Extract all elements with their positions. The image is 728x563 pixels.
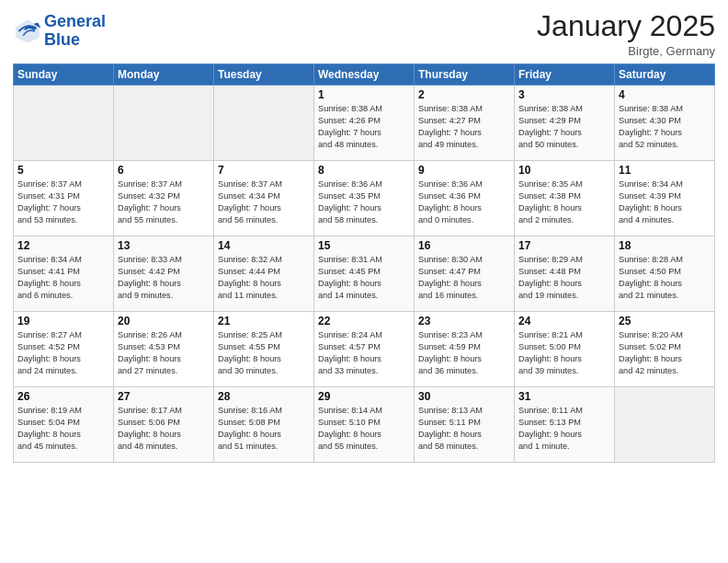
day-info: Sunrise: 8:37 AM Sunset: 4:31 PM Dayligh…: [17, 178, 109, 226]
calendar-cell: 31Sunrise: 8:11 AM Sunset: 5:13 PM Dayli…: [515, 387, 615, 463]
calendar-cell: 28Sunrise: 8:16 AM Sunset: 5:08 PM Dayli…: [214, 387, 314, 463]
day-info: Sunrise: 8:14 AM Sunset: 5:10 PM Dayligh…: [318, 405, 410, 453]
calendar-body: 1Sunrise: 8:38 AM Sunset: 4:26 PM Daylig…: [14, 86, 715, 463]
calendar-cell: 5Sunrise: 8:37 AM Sunset: 4:31 PM Daylig…: [14, 161, 114, 236]
calendar-header: Sunday Monday Tuesday Wednesday Thursday…: [14, 64, 715, 86]
calendar-cell: 20Sunrise: 8:26 AM Sunset: 4:53 PM Dayli…: [114, 312, 214, 387]
day-number: 31: [518, 390, 610, 403]
day-number: 11: [619, 164, 711, 177]
day-number: 3: [518, 88, 610, 101]
day-number: 16: [418, 239, 510, 252]
day-info: Sunrise: 8:38 AM Sunset: 4:30 PM Dayligh…: [619, 103, 711, 151]
calendar-cell: 15Sunrise: 8:31 AM Sunset: 4:45 PM Dayli…: [314, 236, 415, 312]
day-info: Sunrise: 8:36 AM Sunset: 4:36 PM Dayligh…: [418, 178, 510, 226]
day-info: Sunrise: 8:26 AM Sunset: 4:53 PM Dayligh…: [118, 329, 210, 377]
day-info: Sunrise: 8:37 AM Sunset: 4:34 PM Dayligh…: [218, 178, 310, 226]
day-info: Sunrise: 8:29 AM Sunset: 4:48 PM Dayligh…: [518, 254, 610, 302]
header-saturday: Saturday: [615, 64, 715, 86]
calendar-page: General Blue January 2025 Birgte, German…: [0, 0, 728, 563]
calendar-cell: 10Sunrise: 8:35 AM Sunset: 4:38 PM Dayli…: [515, 161, 615, 236]
logo-text-line2: Blue: [44, 31, 106, 50]
day-info: Sunrise: 8:38 AM Sunset: 4:29 PM Dayligh…: [518, 103, 610, 151]
calendar-week-5: 26Sunrise: 8:19 AM Sunset: 5:04 PM Dayli…: [14, 387, 715, 463]
day-info: Sunrise: 8:19 AM Sunset: 5:04 PM Dayligh…: [17, 405, 109, 453]
day-number: 6: [118, 164, 210, 177]
header-monday: Monday: [114, 64, 214, 86]
day-number: 23: [418, 315, 510, 327]
day-info: Sunrise: 8:32 AM Sunset: 4:44 PM Dayligh…: [218, 254, 310, 302]
calendar-week-4: 19Sunrise: 8:27 AM Sunset: 4:52 PM Dayli…: [14, 312, 715, 387]
calendar-cell: 27Sunrise: 8:17 AM Sunset: 5:06 PM Dayli…: [114, 387, 214, 463]
calendar-cell: 23Sunrise: 8:23 AM Sunset: 4:59 PM Dayli…: [415, 312, 515, 387]
calendar-cell: [114, 86, 214, 161]
header-friday: Friday: [515, 64, 615, 86]
calendar-cell: 17Sunrise: 8:29 AM Sunset: 4:48 PM Dayli…: [515, 236, 615, 312]
day-number: 20: [118, 315, 210, 327]
day-number: 1: [318, 88, 410, 101]
day-number: 19: [17, 315, 109, 327]
day-number: 28: [218, 390, 310, 403]
month-title: January 2025: [537, 9, 715, 43]
day-info: Sunrise: 8:34 AM Sunset: 4:41 PM Dayligh…: [17, 254, 109, 302]
day-info: Sunrise: 8:37 AM Sunset: 4:32 PM Dayligh…: [118, 178, 210, 226]
day-number: 22: [318, 315, 410, 327]
logo-icon: [13, 17, 42, 46]
day-number: 30: [418, 390, 510, 403]
day-number: 25: [619, 315, 711, 327]
calendar-cell: 29Sunrise: 8:14 AM Sunset: 5:10 PM Dayli…: [314, 387, 415, 463]
day-number: 12: [17, 239, 109, 252]
day-info: Sunrise: 8:36 AM Sunset: 4:35 PM Dayligh…: [318, 178, 410, 226]
calendar-cell: 1Sunrise: 8:38 AM Sunset: 4:26 PM Daylig…: [314, 86, 415, 161]
day-info: Sunrise: 8:30 AM Sunset: 4:47 PM Dayligh…: [418, 254, 510, 302]
title-block: January 2025 Birgte, Germany: [537, 9, 715, 58]
day-number: 24: [518, 315, 610, 327]
calendar-table: Sunday Monday Tuesday Wednesday Thursday…: [13, 63, 715, 463]
calendar-cell: 21Sunrise: 8:25 AM Sunset: 4:55 PM Dayli…: [214, 312, 314, 387]
day-number: 13: [118, 239, 210, 252]
day-info: Sunrise: 8:24 AM Sunset: 4:57 PM Dayligh…: [318, 329, 410, 377]
calendar-cell: 22Sunrise: 8:24 AM Sunset: 4:57 PM Dayli…: [314, 312, 415, 387]
day-info: Sunrise: 8:34 AM Sunset: 4:39 PM Dayligh…: [619, 178, 711, 226]
calendar-cell: 4Sunrise: 8:38 AM Sunset: 4:30 PM Daylig…: [615, 86, 715, 161]
day-info: Sunrise: 8:35 AM Sunset: 4:38 PM Dayligh…: [518, 178, 610, 226]
day-number: 7: [218, 164, 310, 177]
calendar-cell: 8Sunrise: 8:36 AM Sunset: 4:35 PM Daylig…: [314, 161, 415, 236]
calendar-cell: 19Sunrise: 8:27 AM Sunset: 4:52 PM Dayli…: [14, 312, 114, 387]
header-row: Sunday Monday Tuesday Wednesday Thursday…: [14, 64, 715, 86]
day-number: 26: [17, 390, 109, 403]
calendar-cell: 16Sunrise: 8:30 AM Sunset: 4:47 PM Dayli…: [415, 236, 515, 312]
calendar-cell: 3Sunrise: 8:38 AM Sunset: 4:29 PM Daylig…: [515, 86, 615, 161]
calendar-cell: 30Sunrise: 8:13 AM Sunset: 5:11 PM Dayli…: [415, 387, 515, 463]
day-number: 15: [318, 239, 410, 252]
day-number: 21: [218, 315, 310, 327]
calendar-cell: [14, 86, 114, 161]
day-number: 17: [518, 239, 610, 252]
header-tuesday: Tuesday: [214, 64, 314, 86]
calendar-cell: 24Sunrise: 8:21 AM Sunset: 5:00 PM Dayli…: [515, 312, 615, 387]
calendar-cell: 18Sunrise: 8:28 AM Sunset: 4:50 PM Dayli…: [615, 236, 715, 312]
calendar-cell: 2Sunrise: 8:38 AM Sunset: 4:27 PM Daylig…: [415, 86, 515, 161]
day-info: Sunrise: 8:21 AM Sunset: 5:00 PM Dayligh…: [518, 329, 610, 377]
calendar-cell: 12Sunrise: 8:34 AM Sunset: 4:41 PM Dayli…: [14, 236, 114, 312]
calendar-cell: [214, 86, 314, 161]
logo-text-line1: General: [44, 13, 106, 31]
day-info: Sunrise: 8:31 AM Sunset: 4:45 PM Dayligh…: [318, 254, 410, 302]
calendar-cell: 11Sunrise: 8:34 AM Sunset: 4:39 PM Dayli…: [615, 161, 715, 236]
location: Birgte, Germany: [537, 44, 715, 58]
calendar-cell: 7Sunrise: 8:37 AM Sunset: 4:34 PM Daylig…: [214, 161, 314, 236]
calendar-week-2: 5Sunrise: 8:37 AM Sunset: 4:31 PM Daylig…: [14, 161, 715, 236]
calendar-cell: 6Sunrise: 8:37 AM Sunset: 4:32 PM Daylig…: [114, 161, 214, 236]
day-info: Sunrise: 8:27 AM Sunset: 4:52 PM Dayligh…: [17, 329, 109, 377]
day-number: 29: [318, 390, 410, 403]
day-number: 5: [17, 164, 109, 177]
day-info: Sunrise: 8:20 AM Sunset: 5:02 PM Dayligh…: [619, 329, 711, 377]
header: General Blue January 2025 Birgte, German…: [13, 9, 715, 58]
day-info: Sunrise: 8:28 AM Sunset: 4:50 PM Dayligh…: [619, 254, 711, 302]
calendar-cell: 14Sunrise: 8:32 AM Sunset: 4:44 PM Dayli…: [214, 236, 314, 312]
day-info: Sunrise: 8:13 AM Sunset: 5:11 PM Dayligh…: [418, 405, 510, 453]
day-number: 10: [518, 164, 610, 177]
header-thursday: Thursday: [415, 64, 515, 86]
day-info: Sunrise: 8:33 AM Sunset: 4:42 PM Dayligh…: [118, 254, 210, 302]
calendar-week-1: 1Sunrise: 8:38 AM Sunset: 4:26 PM Daylig…: [14, 86, 715, 161]
calendar-week-3: 12Sunrise: 8:34 AM Sunset: 4:41 PM Dayli…: [14, 236, 715, 312]
